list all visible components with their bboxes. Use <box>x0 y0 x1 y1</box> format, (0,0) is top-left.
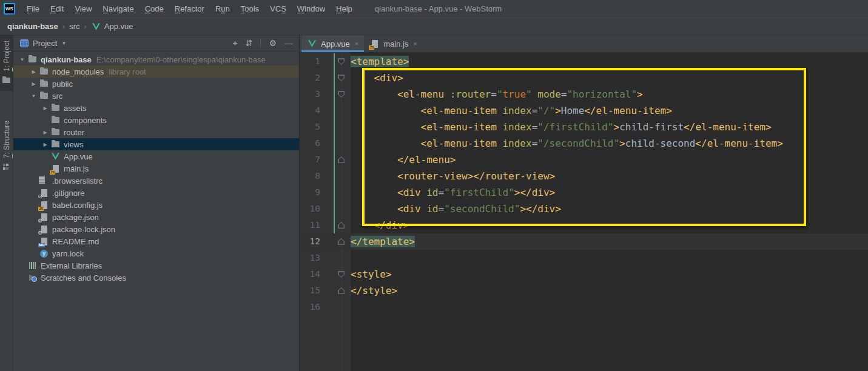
js-icon: JS <box>39 200 49 210</box>
menu-view[interactable]: View <box>69 2 97 16</box>
tree-item-label: qiankun-base <box>41 55 92 64</box>
tree-item-package-lock-json[interactable]: ⚙package-lock.json <box>13 223 299 235</box>
tree-item-label: yarn.lock <box>52 249 84 258</box>
tree-item--browserslistrc[interactable]: .browserslistrc <box>13 175 299 187</box>
line-number: 10 <box>300 201 320 217</box>
tree-item-label: package.json <box>52 213 99 222</box>
project-panel-title: Project <box>33 39 57 48</box>
vue-icon <box>91 22 101 32</box>
tree-item-label: views <box>64 140 84 149</box>
tree-item-components[interactable]: components <box>13 114 299 126</box>
code-line-14[interactable]: 14<style> <box>300 266 868 282</box>
folder-icon <box>50 139 61 149</box>
hide-icon[interactable]: — <box>284 39 293 47</box>
breadcrumb-item-src[interactable]: src <box>69 22 79 31</box>
tree-item-readme-md[interactable]: MDREADME.md <box>13 235 299 247</box>
tool-button-structure[interactable]: 7: Structure <box>0 115 13 178</box>
tree-item-main-js[interactable]: JSmain.js <box>13 162 299 175</box>
code-line-13[interactable]: 13 <box>300 250 868 266</box>
tree-item-router[interactable]: ▶router <box>13 126 299 138</box>
breadcrumb-item-qiankun-base[interactable]: qiankun-base <box>7 22 58 31</box>
line-number: 6 <box>300 135 320 152</box>
breadcrumb-separator: › <box>84 22 86 31</box>
line-number: 5 <box>300 119 320 135</box>
tree-item-label: Scratches and Consoles <box>41 273 126 282</box>
tree-item-public[interactable]: ▶public <box>13 78 299 90</box>
fold-start-icon[interactable] <box>338 271 345 278</box>
fold-start-icon[interactable] <box>338 58 345 65</box>
chevron-collapsed-icon[interactable]: ▶ <box>40 142 50 147</box>
line-number: 13 <box>300 250 320 266</box>
tree-item-assets[interactable]: ▶assets <box>13 102 299 114</box>
tab-app-vue[interactable]: App.vue× <box>301 35 364 52</box>
tree-item--gitignore[interactable]: ⊘.gitignore <box>13 187 299 199</box>
code-line-15[interactable]: 15</style> <box>300 282 868 299</box>
tree-item-babel-config-js[interactable]: JSbabel.config.js <box>13 199 299 211</box>
webstorm-logo-icon: WS <box>4 3 15 15</box>
breadcrumb-item-app-vue[interactable]: App.vue <box>91 22 133 32</box>
menu-help[interactable]: Help <box>331 2 358 16</box>
tree-item-yarn-lock[interactable]: yyarn.lock <box>13 247 299 259</box>
menu-edit[interactable]: Edit <box>45 2 69 16</box>
tree-item-package-json[interactable]: ⚙package.json <box>13 211 299 223</box>
chevron-collapsed-icon[interactable]: ▶ <box>29 81 39 87</box>
fold-end-icon[interactable] <box>338 222 345 229</box>
close-icon[interactable]: × <box>413 40 417 47</box>
folder-icon <box>39 79 49 89</box>
close-icon[interactable]: × <box>355 40 358 47</box>
chevron-down-icon[interactable]: ▼ <box>61 41 66 46</box>
line-number: 8 <box>300 168 320 184</box>
json-icon: ⚙ <box>39 212 49 222</box>
fold-end-icon[interactable] <box>338 156 345 163</box>
menu-run[interactable]: Run <box>210 2 235 16</box>
tool-button-project[interactable]: 1: Project <box>0 35 13 91</box>
fold-start-icon[interactable] <box>338 75 345 81</box>
menu-refactor[interactable]: Refactor <box>169 2 210 16</box>
project-panel-header: Project ▼ ⌖⇵⚙— <box>13 35 299 52</box>
menu-code[interactable]: Code <box>140 2 169 16</box>
tree-item-node-modules[interactable]: ▶node_moduleslibrary root <box>13 65 299 78</box>
folder-icon <box>27 55 38 64</box>
tree-item-qiankun-base[interactable]: ▼qiankun-baseE:\companyItem\0-other\sing… <box>13 53 299 65</box>
code-line-12[interactable]: 12</template> <box>300 233 868 250</box>
fold-end-icon[interactable] <box>338 287 345 294</box>
project-view-icon <box>20 39 29 47</box>
menu-window[interactable]: Window <box>292 2 331 16</box>
fold-end-icon[interactable] <box>338 238 345 245</box>
chevron-expanded-icon[interactable]: ▼ <box>29 93 39 99</box>
menu-navigate[interactable]: Navigate <box>97 2 139 16</box>
tree-item-app-vue[interactable]: App.vue <box>13 150 299 162</box>
tree-item-external-libraries[interactable]: External Libraries <box>13 259 299 272</box>
tree-item-views[interactable]: ▶views <box>13 138 299 150</box>
git-icon: ⊘ <box>39 188 49 198</box>
line-number: 9 <box>300 184 320 201</box>
chevron-collapsed-icon[interactable]: ▶ <box>40 130 50 135</box>
tree-item-scratches-and-consoles[interactable]: Scratches and Consoles <box>13 272 299 284</box>
tree-item-label: README.md <box>52 237 99 246</box>
project-panel: Project ▼ ⌖⇵⚙— ▼qiankun-baseE:\companyIt… <box>13 35 300 371</box>
menu-tools[interactable]: Tools <box>235 2 264 16</box>
menu-vcs[interactable]: VCS <box>264 2 292 16</box>
editor-area: App.vue×JSmain.js× 1<template>2 <div>3 <… <box>300 35 868 371</box>
tab-main-js[interactable]: JSmain.js× <box>364 35 423 52</box>
breadcrumb-separator: › <box>62 22 65 31</box>
vue-icon <box>50 152 61 161</box>
folder-icon <box>50 115 61 125</box>
collapse-all-icon[interactable]: ⇵ <box>246 39 253 47</box>
chevron-collapsed-icon[interactable]: ▶ <box>40 105 50 111</box>
chevron-collapsed-icon[interactable]: ▶ <box>29 69 39 75</box>
window-title: qiankun-base - App.vue - WebStorm <box>375 4 502 13</box>
breadcrumb-label: src <box>69 22 79 31</box>
editor-body[interactable]: 1<template>2 <div>3 <el-menu :router="tr… <box>300 52 868 371</box>
code-text: </template> <box>351 233 415 250</box>
locate-icon[interactable]: ⌖ <box>233 39 238 47</box>
tree-item-src[interactable]: ▼src <box>13 90 299 102</box>
settings-icon[interactable]: ⚙ <box>269 39 277 47</box>
code-line-16[interactable]: 16 <box>300 299 868 315</box>
menu-file[interactable]: File <box>21 2 45 16</box>
tool-window-strip: 1: Project7: Structure <box>0 35 13 371</box>
chevron-expanded-icon[interactable]: ▼ <box>17 57 27 62</box>
code-text: </style> <box>351 282 397 299</box>
code-line-1[interactable]: 1<template> <box>300 53 868 70</box>
fold-start-icon[interactable] <box>338 91 345 98</box>
